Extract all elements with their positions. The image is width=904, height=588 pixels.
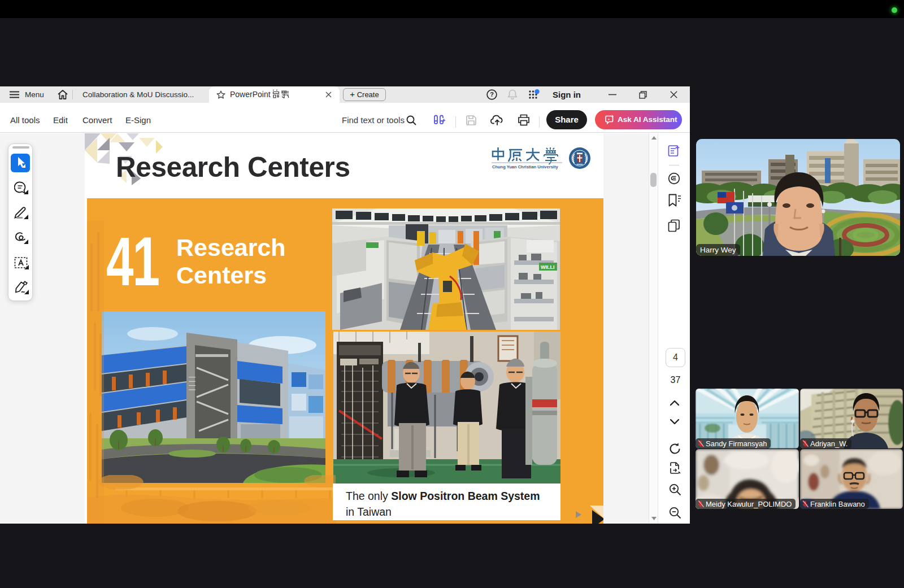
svg-text:?: ? bbox=[490, 91, 494, 98]
svg-text:WILLI: WILLI bbox=[541, 264, 555, 270]
svg-text:Chung Yuan Christian Universit: Chung Yuan Christian University bbox=[492, 164, 558, 169]
svg-text:||||: |||| bbox=[189, 376, 197, 393]
